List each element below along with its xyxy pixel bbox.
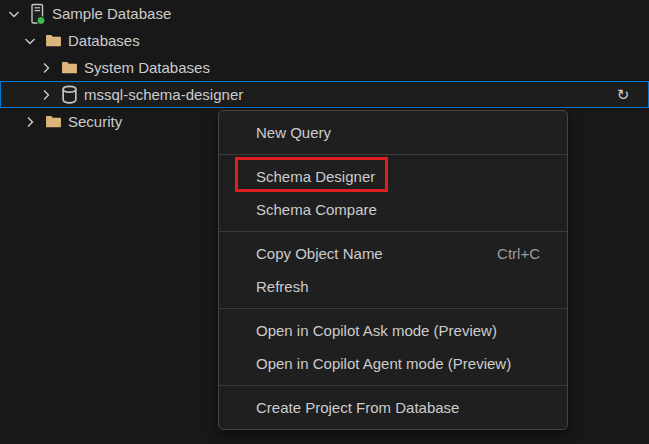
menu-item-new-query[interactable]: New Query <box>219 116 567 149</box>
menu-item-label: Refresh <box>256 278 309 295</box>
chevron-down-icon[interactable] <box>6 6 22 22</box>
menu-item-label: Schema Compare <box>256 201 377 218</box>
context-menu: New Query Schema Designer Schema Compare… <box>218 110 568 430</box>
menu-separator <box>219 385 567 386</box>
tree-item-label: System Databases <box>84 59 210 76</box>
chevron-right-icon[interactable] <box>38 60 54 76</box>
menu-item-label: Open in Copilot Agent mode (Preview) <box>256 355 511 372</box>
tree-item-system-databases[interactable]: System Databases <box>0 54 649 81</box>
menu-item-label: Schema Designer <box>256 168 375 185</box>
menu-item-label: New Query <box>256 124 331 141</box>
chevron-right-icon[interactable] <box>22 114 38 130</box>
tree-item-sample-database[interactable]: Sample Database <box>0 0 649 27</box>
folder-icon <box>60 57 78 79</box>
menu-item-label: Create Project From Database <box>256 399 459 416</box>
chevron-right-icon[interactable] <box>38 87 54 103</box>
server-icon <box>28 3 46 25</box>
menu-item-copilot-ask-mode[interactable]: Open in Copilot Ask mode (Preview) <box>219 314 567 347</box>
menu-item-schema-compare[interactable]: Schema Compare <box>219 193 567 226</box>
menu-item-refresh[interactable]: Refresh <box>219 270 567 303</box>
folder-icon <box>44 111 62 133</box>
menu-item-label: Copy Object Name <box>256 245 383 262</box>
menu-separator <box>219 308 567 309</box>
tree-item-mssql-schema-designer[interactable]: mssql-schema-designer ↻ <box>0 81 649 108</box>
folder-icon <box>44 30 62 52</box>
tree-item-databases[interactable]: Databases <box>0 27 649 54</box>
menu-item-label: Open in Copilot Ask mode (Preview) <box>256 322 497 339</box>
chevron-down-icon[interactable] <box>22 33 38 49</box>
menu-separator <box>219 154 567 155</box>
menu-separator <box>219 231 567 232</box>
tree-item-label: Sample Database <box>52 5 171 22</box>
menu-item-copy-object-name[interactable]: Copy Object Name Ctrl+C <box>219 237 567 270</box>
tree-item-label: Databases <box>68 32 140 49</box>
database-icon <box>60 84 78 106</box>
refresh-icon[interactable]: ↻ <box>615 87 631 103</box>
menu-item-copilot-agent-mode[interactable]: Open in Copilot Agent mode (Preview) <box>219 347 567 380</box>
menu-item-schema-designer[interactable]: Schema Designer <box>219 160 567 193</box>
menu-item-shortcut: Ctrl+C <box>497 245 540 262</box>
tree-item-label: Security <box>68 113 122 130</box>
menu-item-create-project-from-database[interactable]: Create Project From Database <box>219 391 567 424</box>
tree-item-label: mssql-schema-designer <box>84 86 243 103</box>
